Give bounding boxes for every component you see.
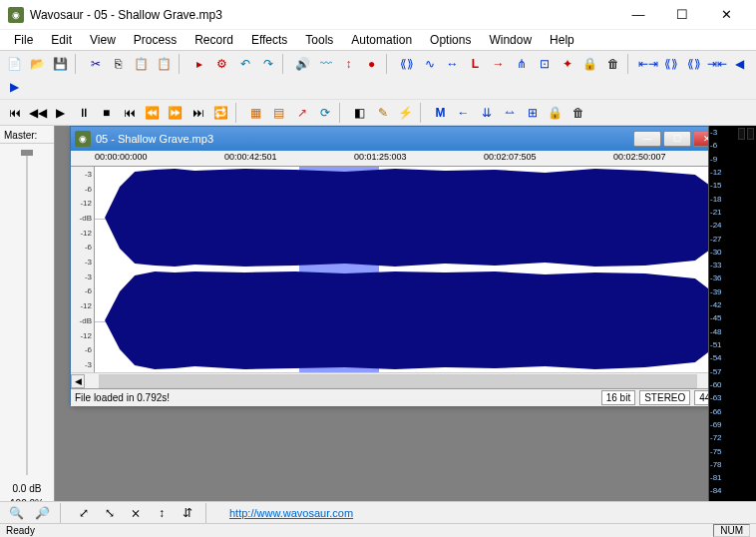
menu-record[interactable]: Record	[187, 31, 241, 49]
skip-back-icon[interactable]: ⏪	[142, 102, 163, 123]
audio-bits-cell: 16 bit	[601, 390, 635, 405]
waveform-icon[interactable]: 〰	[315, 53, 336, 74]
meter-tick: -9	[710, 155, 736, 164]
menu-help[interactable]: Help	[542, 31, 582, 49]
waveform-display[interactable]	[95, 167, 708, 372]
master-slider[interactable]	[0, 144, 54, 481]
zoom-v-in-icon[interactable]: ↕	[152, 503, 172, 522]
menu-view[interactable]: View	[82, 31, 124, 49]
select-all-icon[interactable]: ▦	[245, 102, 266, 123]
convert-icon[interactable]: ⟳	[314, 102, 335, 123]
nav-start-icon[interactable]: ⇤⇥	[637, 53, 658, 74]
menu-tools[interactable]: Tools	[297, 31, 341, 49]
menu-window[interactable]: Window	[481, 31, 540, 49]
process-icon[interactable]: ⊡	[534, 53, 555, 74]
zoom-v-icon[interactable]: ◧	[349, 102, 370, 123]
draw-icon[interactable]: ✎	[372, 102, 393, 123]
pause-icon[interactable]: ⏸	[73, 102, 94, 123]
detect2-icon[interactable]: ⇊	[476, 102, 497, 123]
zoom-v-out-icon[interactable]: ⇵	[178, 503, 197, 522]
go-end-icon[interactable]: ⏭	[188, 102, 208, 123]
meter-tick: -36	[710, 273, 736, 282]
meter-tick: -57	[710, 367, 736, 376]
toolbar-row-1: 📄 📂 💾 ✂ ⎘ 📋 📋 ▸ ⚙ ↶ ↷ 🔊 〰 ↕ ● ⟪⟫ ∿ ↔ L →…	[0, 51, 756, 99]
rewind-icon[interactable]: ◀◀	[27, 102, 48, 123]
db-scale: -3-6-12-dB-12-6-3 -3-6-12-dB-12-6-3	[71, 167, 95, 372]
new-file-icon[interactable]: 📄	[4, 53, 25, 74]
arrow2-icon[interactable]: ←	[453, 102, 474, 123]
paste-special-icon[interactable]: 📋	[154, 53, 175, 74]
inner-maximize-button[interactable]: ☐	[663, 131, 691, 147]
meter-tick: -69	[710, 420, 736, 429]
zoom-out-icon[interactable]: 🔎	[32, 503, 52, 522]
delete2-icon[interactable]: 🗑	[567, 102, 588, 123]
inner-close-button[interactable]: ✕	[693, 131, 708, 147]
undo-icon[interactable]: ↶	[234, 53, 255, 74]
analyze-icon[interactable]: ⥎	[499, 102, 520, 123]
menu-edit[interactable]: Edit	[43, 31, 80, 49]
zoom-sel-icon[interactable]: ⤡	[100, 503, 120, 522]
meter-tick: -24	[710, 221, 736, 230]
scroll-left-icon[interactable]: ◀	[71, 374, 85, 388]
tool-b-icon[interactable]: ∿	[419, 53, 440, 74]
audio-channels-cell: STEREO	[639, 390, 690, 405]
horizontal-scrollbar[interactable]: ◀ ▶	[71, 372, 708, 388]
maximize-button[interactable]: ☐	[660, 1, 704, 29]
menu-effects[interactable]: Effects	[243, 31, 295, 49]
paste-icon[interactable]: 📋	[131, 53, 152, 74]
nav-end-icon[interactable]: ⇥⇤	[706, 53, 727, 74]
volume-icon[interactable]: 🔊	[292, 53, 313, 74]
open-file-icon[interactable]: 📂	[27, 53, 48, 74]
play-icon[interactable]: ▶	[50, 102, 71, 123]
envelope-icon[interactable]: ↗	[291, 102, 312, 123]
homepage-link[interactable]: http://www.wavosaur.com	[229, 507, 353, 519]
select-region-icon[interactable]: ▤	[268, 102, 289, 123]
slice-icon[interactable]: ✦	[557, 53, 577, 74]
edit-wave-icon[interactable]: ⚡	[395, 102, 416, 123]
marker-settings-icon[interactable]: ⚙	[211, 53, 232, 74]
copy-icon[interactable]: ⎘	[108, 53, 129, 74]
go-start-icon[interactable]: ⏮	[119, 102, 140, 123]
rewind-full-icon[interactable]: ⏮	[4, 102, 25, 123]
scroll-thumb[interactable]	[100, 375, 696, 387]
marker-add-icon[interactable]: ▸	[189, 53, 209, 74]
skip-fwd-icon[interactable]: ⏩	[165, 102, 186, 123]
redo-icon[interactable]: ↷	[257, 53, 278, 74]
minimize-button[interactable]: —	[616, 1, 660, 29]
menu-process[interactable]: Process	[126, 31, 185, 49]
delete-icon[interactable]: 🗑	[602, 53, 623, 74]
group-icon[interactable]: ⊞	[522, 102, 543, 123]
record-icon[interactable]: ●	[361, 53, 382, 74]
menu-file[interactable]: File	[6, 31, 41, 49]
detect-icon[interactable]: ⋔	[511, 53, 532, 74]
nav-right-icon[interactable]: ▶	[4, 76, 25, 97]
zoom-fit-icon[interactable]: ⤢	[74, 503, 94, 522]
nav-next-icon[interactable]: ⟪⟫	[683, 53, 704, 74]
time-ruler[interactable]: 00:00:00:000 00:00:42:501 00:01:25:003 0…	[71, 151, 708, 167]
tool-a-icon[interactable]: ⟪⟫	[396, 53, 417, 74]
l-marker-icon[interactable]: L	[465, 53, 486, 74]
m-marker-icon[interactable]: M	[430, 102, 451, 123]
save-file-icon[interactable]: 💾	[50, 53, 71, 74]
loop-icon[interactable]: 🔁	[210, 102, 231, 123]
tool-c-icon[interactable]: ↔	[442, 53, 463, 74]
zoom-in-icon[interactable]: 🔍	[6, 503, 26, 522]
zoom-1-icon[interactable]: ⨯	[126, 503, 146, 522]
lock2-icon[interactable]: 🔒	[545, 102, 566, 123]
menu-options[interactable]: Options	[422, 31, 479, 49]
time-tick: 00:00:00:000	[95, 152, 148, 162]
arrow-right-icon[interactable]: →	[488, 53, 509, 74]
audio-window-title: 05 - Shallow Grave.mp3	[96, 133, 631, 145]
eq-icon[interactable]: ↕	[338, 53, 359, 74]
nav-left-icon[interactable]: ◀	[729, 53, 750, 74]
meter-tick: -27	[710, 235, 736, 244]
inner-minimize-button[interactable]: —	[633, 131, 661, 147]
menu-automation[interactable]: Automation	[343, 31, 420, 49]
master-label: Master:	[0, 126, 54, 144]
nav-prev-icon[interactable]: ⟪⟫	[660, 53, 681, 74]
lock-icon[interactable]: 🔒	[579, 53, 600, 74]
stop-icon[interactable]: ■	[96, 102, 117, 123]
cut-icon[interactable]: ✂	[85, 53, 106, 74]
status-numlock: NUM	[713, 524, 750, 537]
close-button[interactable]: ✕	[704, 1, 748, 29]
